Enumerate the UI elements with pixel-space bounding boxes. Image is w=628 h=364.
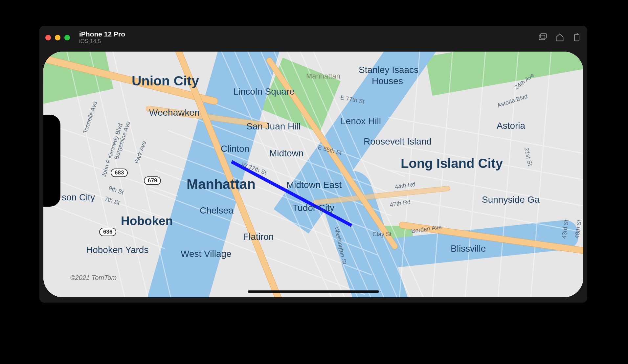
neighborhood-label: San Juan Hill [246, 121, 301, 132]
neighborhood-label: Lincoln Square [233, 86, 295, 97]
map-attribution: ©2021 TomTom [70, 274, 117, 282]
neighborhood-label: Clinton [221, 144, 249, 154]
svg-rect-0 [539, 35, 545, 40]
neighborhood-label: Chelsea [200, 205, 234, 216]
device-notch [43, 115, 60, 207]
place-label-major: Union City [132, 73, 199, 89]
neighborhood-label: Astoria [497, 121, 525, 131]
neighborhood-label: Tudor City [292, 203, 334, 213]
close-icon[interactable] [45, 35, 51, 40]
titlebar: iPhone 12 Pro iOS 14.5 [39, 26, 587, 49]
svg-line-13 [168, 130, 392, 216]
place-label-major: Long Island City [401, 156, 503, 171]
neighborhood-label: Blissville [451, 243, 486, 254]
neighborhood-label: Flatiron [243, 232, 274, 242]
svg-line-29 [398, 52, 421, 297]
neighborhood-label: Stanley Isaacs [359, 65, 418, 75]
toolbar-right [538, 26, 581, 49]
traffic-lights [45, 35, 70, 40]
screenshot-icon[interactable] [538, 33, 547, 42]
device-screen[interactable]: 683 679 636 Union CityManhattanHobokenLo… [43, 52, 583, 297]
title-stack: iPhone 12 Pro iOS 14.5 [79, 30, 125, 45]
device-title: iPhone 12 Pro [79, 30, 125, 38]
route-shield: 683 [111, 169, 128, 177]
neighborhood-label: Houses [372, 76, 403, 86]
svg-rect-2 [574, 34, 579, 41]
home-indicator[interactable] [248, 290, 379, 293]
neighborhood-label: Hoboken Yards [86, 245, 148, 255]
rotate-icon[interactable] [572, 33, 581, 42]
neighborhood-label: Weehawken [149, 107, 200, 118]
route-shield: 636 [99, 228, 116, 236]
street-label: Clay St [372, 231, 392, 238]
neighborhood-label: Sunnyside Ga [482, 194, 540, 205]
svg-line-33 [529, 52, 552, 297]
svg-line-31 [464, 52, 487, 297]
zoom-icon[interactable] [64, 35, 70, 40]
os-subtitle: iOS 14.5 [79, 38, 125, 45]
neighborhood-label: Roosevelt Island [364, 136, 432, 147]
map-view[interactable]: 683 679 636 Union CityManhattanHobokenLo… [43, 52, 583, 297]
svg-rect-1 [541, 34, 547, 38]
neighborhood-label: Manhattan [306, 72, 340, 80]
neighborhood-label: Midtown East [286, 180, 342, 190]
place-label-major: Hoboken [121, 214, 173, 228]
svg-line-30 [431, 52, 454, 297]
neighborhood-label: Lenox Hill [341, 116, 381, 126]
neighborhood-label: Midtown [269, 148, 303, 159]
home-icon[interactable] [555, 33, 564, 42]
route-shield: 679 [144, 176, 161, 185]
minimize-icon[interactable] [55, 35, 60, 40]
neighborhood-label: son City [62, 192, 95, 203]
svg-line-14 [162, 150, 385, 236]
neighborhood-label: West Village [181, 249, 232, 259]
place-label-major: Manhattan [187, 176, 256, 192]
svg-line-17 [142, 209, 365, 295]
simulator-window: iPhone 12 Pro iOS 14.5 [39, 26, 587, 303]
